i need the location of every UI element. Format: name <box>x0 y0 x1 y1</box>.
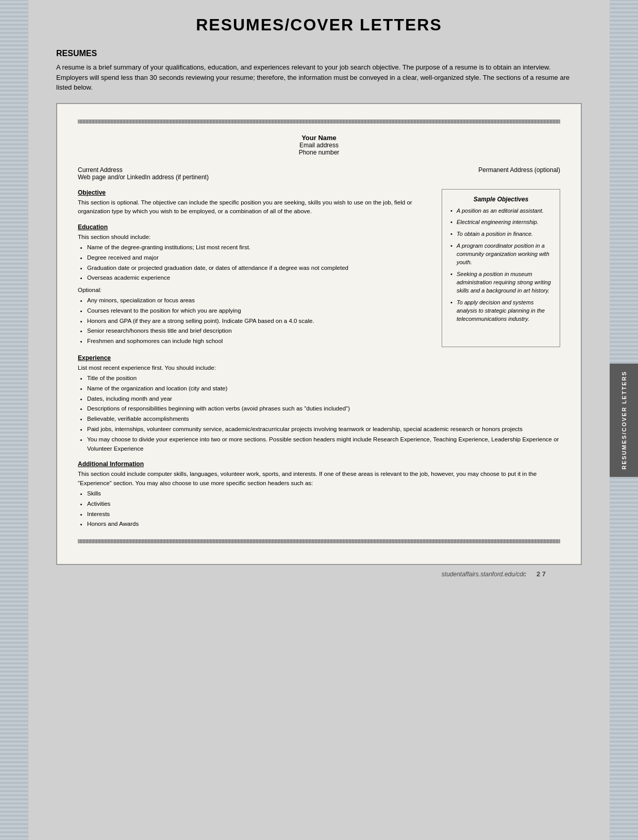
additional-title: Additional Information <box>78 460 560 468</box>
exp-item-4: Descriptions of responsibilities beginni… <box>87 404 560 414</box>
resumes-intro-text: A resume is a brief summary of your qual… <box>56 62 582 93</box>
experience-list: Title of the position Name of the organi… <box>78 374 560 454</box>
add-item-2: Activities <box>87 500 560 509</box>
add-item-4: Honors and Awards <box>87 520 560 529</box>
education-section: Education This section should include: N… <box>78 224 431 346</box>
exp-item-7: You may choose to divide your experience… <box>87 435 560 454</box>
experience-intro: List most recent experience first. You s… <box>78 365 216 371</box>
main-content: RESUMES/COVER LETTERS RESUMES A resume i… <box>46 0 592 598</box>
resumes-intro-section: RESUMES A resume is a brief summary of y… <box>56 49 582 93</box>
page-title: RESUMES/COVER LETTERS <box>56 15 582 35</box>
doc-bottom-border <box>78 539 560 543</box>
sample-obj-2: Electrical engineering internship. <box>449 218 552 227</box>
experience-title: Experience <box>78 354 560 362</box>
education-optional-item-1: Any minors, specialization or focus area… <box>87 296 431 305</box>
additional-intro: This section could include computer skil… <box>78 471 536 486</box>
sample-obj-5: Seeking a position in museum administrat… <box>449 270 552 295</box>
exp-item-5: Believable, verifiable accomplishments <box>87 415 560 424</box>
add-item-1: Skills <box>87 489 560 499</box>
footer-url: studentaffairs.stanford.edu/cdc <box>442 571 526 578</box>
footer-page: 2 7 <box>536 570 546 578</box>
add-item-3: Interests <box>87 510 560 519</box>
exp-item-6: Paid jobs, internships, volunteer commun… <box>87 425 560 434</box>
address-row: Current Address Web page and/or LinkedIn… <box>78 166 560 181</box>
sample-obj-3: To obtain a position in finance. <box>449 230 552 238</box>
additional-info-section: Additional Information This section coul… <box>78 460 560 529</box>
additional-content: This section could include computer skil… <box>78 470 560 529</box>
experience-content: List most recent experience first. You s… <box>78 364 560 453</box>
education-content: This section should include: Name of the… <box>78 233 431 346</box>
education-list: Name of the degree-granting institutions… <box>78 243 431 283</box>
resume-header: Your Name Email address Phone number <box>78 134 560 156</box>
sample-objectives-list: A position as an editorial assistant. El… <box>449 207 552 323</box>
current-address-label: Current Address <box>78 166 209 174</box>
exp-item-1: Title of the position <box>87 374 560 383</box>
education-optional-item-2: Courses relevant to the position for whi… <box>87 306 431 316</box>
objective-text: This section is optional. The objective … <box>78 198 431 217</box>
education-optional-list: Any minors, specialization or focus area… <box>78 296 431 346</box>
page-container: RESUMES/COVER LETTERS RESUMES/COVER LETT… <box>0 0 638 840</box>
right-tab-text: RESUMES/COVER LETTERS <box>621 371 627 470</box>
education-optional-item-4: Senior research/honors thesis title and … <box>87 327 431 336</box>
right-tab: RESUMES/COVER LETTERS <box>610 364 638 477</box>
objective-title: Objective <box>78 189 431 196</box>
education-optional-label: Optional: <box>78 286 431 295</box>
sample-obj-6: To apply decision and systems analysis t… <box>449 299 552 323</box>
education-item-2: Degree received and major <box>87 253 431 263</box>
education-item-3: Graduation date or projected graduation … <box>87 264 431 273</box>
sample-objectives-title: Sample Objectives <box>449 196 552 203</box>
education-title: Education <box>78 224 431 231</box>
web-page-line: Web page and/or LinkedIn address (if per… <box>78 174 209 181</box>
education-intro: This section should include: <box>78 234 150 240</box>
additional-list: Skills Activities Interests Honors and A… <box>78 489 560 529</box>
education-optional-item-3: Honors and GPA (if they are a strong sel… <box>87 317 431 326</box>
resumes-heading: RESUMES <box>56 49 582 58</box>
resume-email: Email address <box>78 142 560 149</box>
current-address-block: Current Address Web page and/or LinkedIn… <box>78 166 209 181</box>
resume-phone: Phone number <box>78 149 560 156</box>
resume-name: Your Name <box>78 134 560 142</box>
left-decorative-border <box>0 0 28 840</box>
permanent-address-label: Permanent Address (optional) <box>478 166 560 181</box>
education-item-4: Overseas academic experience <box>87 273 431 283</box>
sample-objectives-box: Sample Objectives A position as an edito… <box>442 189 560 348</box>
doc-top-border <box>78 119 560 124</box>
exp-item-2: Name of the organization and location (c… <box>87 384 560 393</box>
document-frame: Your Name Email address Phone number Cur… <box>56 103 582 565</box>
experience-section: Experience List most recent experience f… <box>78 354 560 453</box>
objective-left: Objective This section is optional. The … <box>78 189 431 348</box>
education-item-1: Name of the degree-granting institutions… <box>87 243 431 252</box>
page-footer: studentaffairs.stanford.edu/cdc 2 7 <box>56 565 582 583</box>
sample-obj-1: A position as an editorial assistant. <box>449 207 552 215</box>
education-optional-item-5: Freshmen and sophomores can include high… <box>87 337 431 346</box>
sample-obj-4: A program coordinator position in a comm… <box>449 242 552 267</box>
objective-row: Objective This section is optional. The … <box>78 189 560 348</box>
exp-item-3: Dates, including month and year <box>87 395 560 404</box>
